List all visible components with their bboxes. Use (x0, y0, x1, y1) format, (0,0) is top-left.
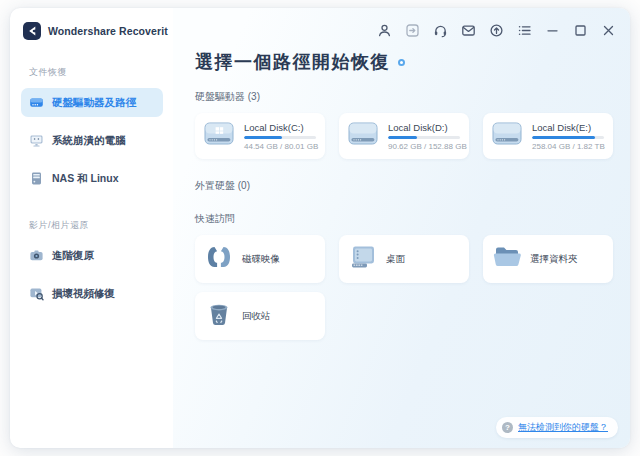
disk-usage-text: 258.04 GB / 1.82 TB (532, 142, 604, 151)
crashed-computer-icon (29, 133, 44, 148)
quick-access-disk-image[interactable]: 磁碟映像 (195, 235, 325, 283)
quick-access-label-text: 桌面 (386, 253, 405, 266)
desktop-icon (348, 243, 378, 275)
section-video-photo-restore: 影片/相片還原 (10, 219, 173, 232)
minimize-icon[interactable] (544, 22, 560, 38)
quick-access-label: 快速訪問 (195, 212, 614, 226)
sidebar-item-label: 系統崩潰的電腦 (52, 134, 126, 148)
quick-access-label-text: 磁碟映像 (242, 253, 280, 266)
disk-card-e[interactable]: Local Disk(E:) 258.04 GB / 1.82 TB (483, 113, 613, 159)
sidebar-item-label: 進階復原 (52, 249, 94, 263)
cant-find-drive-link[interactable]: 無法檢測到你的硬盤？ (518, 421, 608, 434)
title-row: 選擇一個路徑開始恢復 (195, 50, 614, 74)
disk-name: Local Disk(C:) (244, 122, 316, 133)
quick-access-row-1: 磁碟映像 桌面 選擇資料夾 (195, 235, 614, 283)
quick-access-row-2: 回收站 (195, 292, 614, 340)
nas-icon (29, 171, 44, 186)
help-link-pill[interactable]: ? 無法檢測到你的硬盤？ (496, 417, 618, 438)
support-headset-icon[interactable] (432, 22, 448, 38)
sidebar: Wondershare Recoverit 文件恢復 硬盤驅動器及路徑 系統崩潰… (10, 8, 173, 448)
sidebar-item-video-repair[interactable]: 損壞視頻修復 (21, 279, 163, 308)
recycle-bin-icon (204, 300, 234, 332)
hard-drive-d-icon (348, 122, 380, 150)
quick-access-select-folder[interactable]: 選擇資料夾 (483, 235, 613, 283)
disk-image-icon (204, 243, 234, 275)
disk-cards-row: Local Disk(C:) 44.54 GB / 80.01 GB Local… (195, 113, 614, 159)
sidebar-item-label: 硬盤驅動器及路徑 (52, 96, 136, 110)
hard-drive-e-icon (492, 122, 524, 150)
drive-icon (29, 95, 44, 110)
disk-card-c[interactable]: Local Disk(C:) 44.54 GB / 80.01 GB (195, 113, 325, 159)
account-icon[interactable] (376, 22, 392, 38)
hard-drives-label: 硬盤驅動器 (3) (195, 90, 614, 104)
page-title: 選擇一個路徑開始恢復 (195, 50, 390, 74)
sidebar-item-hard-drives-and-paths[interactable]: 硬盤驅動器及路徑 (21, 88, 163, 117)
upgrade-icon[interactable] (488, 22, 504, 38)
disk-name: Local Disk(D:) (388, 122, 460, 133)
disk-usage-text: 90.62 GB / 152.88 GB (388, 142, 460, 151)
external-drives-label: 外置硬盤 (0) (195, 179, 614, 193)
sidebar-item-nas-linux[interactable]: NAS 和 Linux (21, 164, 163, 193)
question-mark-icon: ? (502, 422, 513, 433)
disk-usage-bar (244, 136, 316, 139)
disk-card-d[interactable]: Local Disk(D:) 90.62 GB / 152.88 GB (339, 113, 469, 159)
quick-access-recycle-bin[interactable]: 回收站 (195, 292, 325, 340)
disk-usage-text: 44.54 GB / 80.01 GB (244, 142, 316, 151)
logo-row: Wondershare Recoverit (10, 20, 173, 40)
disk-usage-bar (388, 136, 460, 139)
topbar (376, 22, 616, 38)
close-icon[interactable] (600, 22, 616, 38)
menu-list-icon[interactable] (516, 22, 532, 38)
disk-name: Local Disk(E:) (532, 122, 604, 133)
camera-icon (29, 248, 44, 263)
maximize-icon[interactable] (572, 22, 588, 38)
sidebar-item-crashed-computer[interactable]: 系統崩潰的電腦 (21, 126, 163, 155)
info-icon[interactable] (398, 59, 405, 66)
disk-usage-bar (532, 136, 604, 139)
sidebar-item-label: 損壞視頻修復 (52, 287, 115, 301)
main-panel: 選擇一個路徑開始恢復 硬盤驅動器 (3) Local Disk(C:) 44.5… (173, 8, 630, 448)
quick-access-label-text: 回收站 (242, 310, 271, 323)
app-window: Wondershare Recoverit 文件恢復 硬盤驅動器及路徑 系統崩潰… (10, 8, 630, 448)
signin-icon[interactable] (404, 22, 420, 38)
hard-drive-c-icon (204, 122, 236, 150)
sidebar-item-label: NAS 和 Linux (52, 172, 119, 186)
quick-access-desktop[interactable]: 桌面 (339, 235, 469, 283)
app-title: Wondershare Recoverit (48, 25, 168, 37)
quick-access-label-text: 選擇資料夾 (530, 253, 578, 266)
feedback-mail-icon[interactable] (460, 22, 476, 38)
sidebar-item-advanced-recovery[interactable]: 進階復原 (21, 241, 163, 270)
video-repair-icon (29, 286, 44, 301)
folder-icon (492, 243, 522, 275)
section-file-recovery: 文件恢復 (10, 66, 173, 79)
recoverit-logo-icon (23, 22, 41, 40)
